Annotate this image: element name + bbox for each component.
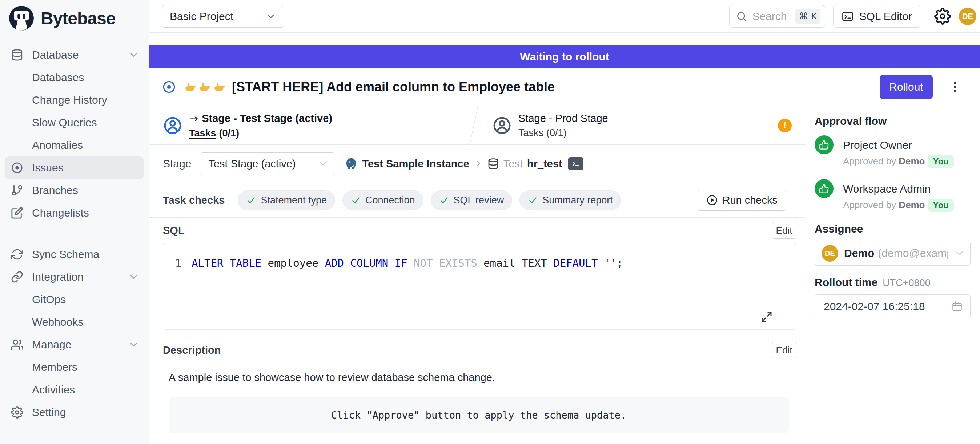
task-check-label: Summary report	[542, 195, 613, 206]
tasks-count: (0/1)	[546, 128, 567, 138]
approval-step: Workspace AdminApproved by DemoYou	[815, 179, 970, 223]
approval-step: Project OwnerApproved by DemoYou	[815, 136, 970, 179]
play-circle-icon	[706, 194, 718, 206]
sidebar-item-label: Issues	[32, 161, 64, 174]
issue-sidebar: Approval flow Project OwnerApproved by D…	[806, 106, 980, 444]
issue-main-column: → Stage - Test Stage (active) Tasks(0/1)	[149, 106, 806, 444]
search-input[interactable]: Search ⌘ K	[729, 5, 825, 28]
sql-editor-label: SQL Editor	[859, 10, 912, 22]
sidebar-item-label: Manage	[32, 339, 71, 351]
sidebar-item-webhooks[interactable]: Webhooks	[0, 311, 149, 333]
chevron-down-icon	[128, 339, 139, 350]
chevron-down-icon	[954, 248, 965, 259]
expand-icon[interactable]	[760, 310, 773, 324]
sidebar-item-slow-queries[interactable]: Slow Queries	[0, 111, 149, 134]
search-icon	[736, 11, 747, 22]
sidebar-item-integration[interactable]: Integration	[0, 266, 149, 288]
search-placeholder: Search	[752, 10, 790, 22]
description-edit-button[interactable]: Edit	[772, 342, 796, 358]
pointing-right-icon	[198, 80, 212, 94]
assignee-heading: Assignee	[815, 223, 970, 235]
description-code-block: Click "Approve" button to apply the sche…	[169, 398, 789, 433]
task-check-pill[interactable]: SQL review	[431, 190, 512, 210]
settings-gear-icon[interactable]	[934, 8, 951, 25]
stage-selector-row: Stage Test Stage (active) Test Sample In…	[149, 145, 805, 183]
rollout-time-heading: Rollout time UTC+0800	[815, 276, 970, 289]
tasks-label: Tasks	[519, 128, 543, 138]
assignee-email: (demo@example	[878, 247, 948, 259]
brand-logo[interactable]: Bytebase	[0, 0, 149, 37]
tasks-link[interactable]: Tasks	[189, 128, 216, 139]
stage-prod[interactable]: Stage - Prod Stage Tasks(0/1)	[492, 112, 608, 139]
check-icon	[439, 195, 449, 205]
bytebase-app: Bytebase DatabaseDatabasesChange History…	[0, 0, 980, 444]
status-banner: Waiting to rollout	[149, 45, 980, 68]
sidebar-item-changelists[interactable]: Changelists	[0, 201, 149, 224]
terminal-icon	[571, 159, 581, 169]
open-sql-editor-icon[interactable]	[568, 157, 584, 170]
check-icon	[351, 195, 361, 205]
sql-editor[interactable]: 1ALTER TABLE employee ADD COLUMN IF NOT …	[163, 243, 796, 330]
task-checks-label: Task checks	[163, 194, 224, 206]
current-stage-arrow-icon: →	[189, 112, 198, 125]
database-link[interactable]: hr_test	[527, 158, 562, 170]
task-checks-row: Task checks Statement typeConnectionSQL …	[149, 183, 805, 218]
thumbs-up-icon	[815, 179, 834, 198]
sql-editor-button[interactable]: SQL Editor	[833, 5, 920, 28]
task-check-pill[interactable]: Statement type	[238, 190, 335, 210]
instance-link[interactable]: Test Sample Instance	[362, 158, 469, 170]
sidebar-item-label: Databases	[32, 71, 84, 84]
sidebar-item-members[interactable]: Members	[0, 356, 149, 379]
sidebar-item-label: Members	[32, 361, 78, 374]
sidebar-item-anomalies[interactable]: Anomalies	[0, 134, 149, 157]
sidebar-item-gitops[interactable]: GitOps	[0, 288, 149, 311]
sidebar-item-activities[interactable]: Activities	[0, 379, 149, 401]
brand-name: Bytebase	[41, 8, 115, 29]
rollout-button[interactable]: Rollout	[880, 75, 933, 99]
chevron-down-icon	[318, 159, 328, 169]
task-check-pill[interactable]: Summary report	[519, 190, 621, 210]
sidebar-item-label: GitOps	[32, 293, 66, 306]
task-check-label: Connection	[365, 195, 415, 206]
sidebar-item-manage[interactable]: Manage	[0, 333, 149, 356]
user-avatar[interactable]: DE	[959, 8, 976, 25]
project-select-value: Basic Project	[170, 10, 233, 22]
chevron-down-icon	[128, 50, 139, 61]
you-badge: You	[928, 199, 954, 212]
chevron-down-icon	[128, 272, 139, 283]
postgres-icon	[345, 157, 358, 170]
issue-status-icon	[162, 80, 176, 94]
task-check-pill[interactable]: Connection	[342, 190, 423, 210]
stage-test[interactable]: → Stage - Test Stage (active) Tasks(0/1)	[163, 112, 474, 139]
stage-name-link[interactable]: Stage - Test Stage (active)	[202, 112, 332, 125]
sidebar-item-label: Setting	[32, 406, 66, 418]
sidebar-item-label: Database	[32, 49, 78, 61]
git-branch-icon	[11, 184, 23, 196]
assignee-select[interactable]: DE Demo (demo@example	[815, 241, 970, 266]
issue-title-text: [START HERE] Add email column to Employe…	[232, 79, 555, 94]
run-checks-button[interactable]: Run checks	[698, 190, 786, 211]
stage-select[interactable]: Test Stage (active)	[200, 152, 334, 175]
line-number: 1	[163, 256, 181, 270]
kebab-menu-icon[interactable]	[948, 80, 962, 94]
sidebar-item-branches[interactable]: Branches	[0, 179, 149, 201]
database-breadcrumb: Test Sample Instance Test hr_test	[345, 157, 583, 170]
user-circle-icon	[492, 116, 512, 136]
sidebar-item-setting[interactable]: Setting	[0, 401, 149, 423]
sidebar-item-sync-schema[interactable]: Sync Schema	[0, 243, 149, 266]
sidebar-item-databases[interactable]: Databases	[0, 66, 149, 89]
sidebar-item-label: Integration	[32, 271, 84, 283]
sidebar-item-database[interactable]: Database	[0, 44, 149, 66]
sidebar-item-label: Anomalies	[32, 139, 83, 152]
sidebar-item-issues[interactable]: Issues	[5, 157, 143, 179]
sidebar-item-change-history[interactable]: Change History	[0, 89, 149, 111]
sidebar-item-label: Change History	[32, 94, 107, 106]
rollout-time-input[interactable]: 2024-02-07 16:25:18	[815, 294, 970, 318]
user-circle-icon	[163, 116, 183, 136]
link-icon	[11, 271, 23, 283]
sync-icon	[11, 248, 23, 260]
sidebar-item-label: Slow Queries	[32, 117, 97, 129]
project-select[interactable]: Basic Project	[162, 5, 283, 28]
sidebar: Bytebase DatabaseDatabasesChange History…	[0, 0, 149, 444]
sql-edit-button[interactable]: Edit	[772, 222, 796, 239]
